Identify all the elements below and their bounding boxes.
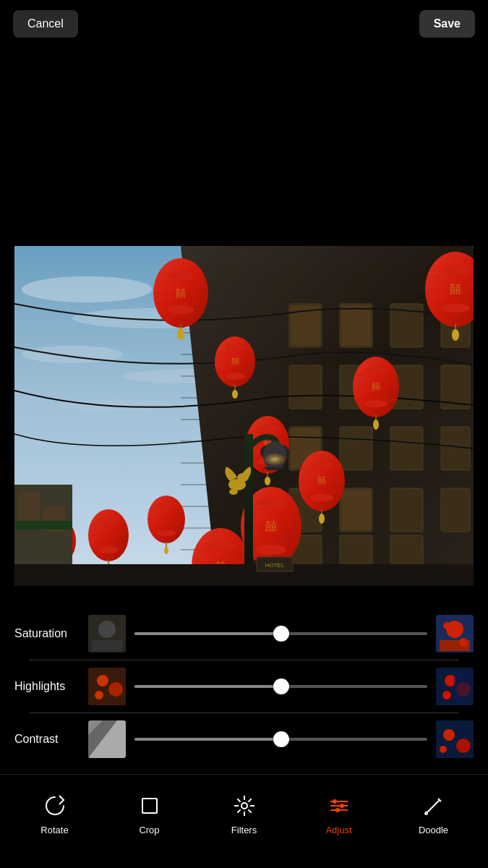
- svg-point-54: [177, 328, 184, 340]
- svg-point-155: [229, 489, 238, 495]
- svg-rect-23: [289, 365, 322, 409]
- svg-text:囍: 囍: [372, 381, 380, 391]
- scene-background: 囍 囍: [14, 246, 474, 586]
- svg-point-122: [98, 546, 119, 553]
- rotate-tool[interactable]: Rotate: [33, 793, 77, 835]
- svg-point-200: [333, 799, 337, 804]
- svg-point-178: [442, 691, 451, 699]
- saturation-row: Saturation: [14, 608, 474, 660]
- svg-point-78: [364, 400, 388, 407]
- svg-rect-44: [341, 490, 371, 530]
- toolbar: Rotate Crop Filters: [0, 774, 488, 868]
- photo-canvas: 囍 囍: [14, 246, 474, 586]
- highlights-before-thumb: [88, 668, 126, 705]
- saturation-label: Saturation: [14, 627, 80, 640]
- contrast-track[interactable]: [134, 738, 427, 741]
- filters-icon: [231, 793, 257, 819]
- svg-point-77: [364, 367, 388, 374]
- svg-point-202: [335, 808, 340, 812]
- svg-rect-40: [441, 488, 470, 532]
- svg-point-63: [452, 329, 459, 341]
- filters-tool[interactable]: Filters: [223, 793, 266, 835]
- save-button[interactable]: Save: [419, 10, 475, 38]
- svg-text:囍: 囍: [317, 475, 326, 485]
- svg-point-130: [157, 530, 176, 536]
- svg-line-195: [248, 799, 251, 801]
- svg-point-169: [443, 622, 450, 629]
- svg-line-196: [237, 809, 240, 812]
- svg-rect-29: [340, 427, 372, 470]
- svg-rect-35: [390, 488, 423, 532]
- svg-point-59: [441, 266, 470, 275]
- svg-point-5: [58, 399, 174, 411]
- svg-point-152: [265, 454, 285, 465]
- header: Cancel Save: [0, 0, 488, 48]
- saturation-track[interactable]: [134, 632, 427, 635]
- adjust-label: Adjust: [325, 825, 351, 835]
- svg-text:囍: 囍: [176, 287, 186, 299]
- svg-point-129: [157, 503, 176, 509]
- rotate-icon: [42, 793, 68, 819]
- filters-label: Filters: [231, 825, 257, 835]
- svg-point-173: [108, 682, 123, 697]
- highlights-track[interactable]: [134, 685, 427, 688]
- svg-point-68: [225, 344, 245, 351]
- svg-point-186: [440, 746, 447, 753]
- svg-rect-179: [454, 671, 472, 700]
- cancel-button[interactable]: Cancel: [13, 10, 78, 38]
- doodle-tool[interactable]: Doodle: [412, 793, 455, 835]
- svg-point-90: [265, 477, 270, 485]
- svg-point-72: [232, 390, 238, 399]
- svg-point-170: [459, 638, 468, 647]
- svg-line-193: [237, 799, 240, 801]
- svg-point-104: [256, 498, 286, 508]
- svg-point-1: [22, 276, 152, 302]
- svg-point-99: [319, 514, 325, 524]
- svg-rect-39: [441, 427, 470, 470]
- svg-rect-165: [92, 640, 122, 651]
- svg-point-105: [256, 545, 286, 555]
- svg-line-206: [425, 812, 426, 814]
- highlights-after-thumb: [436, 668, 474, 705]
- svg-point-164: [98, 621, 116, 638]
- adjust-tool[interactable]: Adjust: [317, 793, 361, 835]
- svg-rect-187: [142, 799, 157, 813]
- svg-point-81: [373, 420, 379, 430]
- adjustments-panel: Saturation Highlights: [0, 608, 488, 765]
- svg-point-121: [98, 517, 119, 524]
- svg-point-174: [95, 691, 103, 699]
- svg-point-172: [97, 675, 108, 686]
- svg-point-86: [257, 425, 278, 432]
- saturation-after-thumb: [436, 615, 474, 652]
- svg-line-194: [248, 809, 251, 812]
- scene-svg: 囍 囍: [14, 246, 474, 586]
- svg-point-95: [310, 461, 333, 468]
- svg-text:囍: 囍: [450, 283, 461, 295]
- svg-rect-157: [18, 492, 40, 521]
- svg-point-50: [168, 272, 194, 281]
- contrast-before-thumb: [88, 720, 126, 758]
- svg-text:囍: 囍: [265, 520, 277, 532]
- contrast-label: Contrast: [14, 733, 80, 746]
- contrast-after-thumb: [436, 720, 474, 758]
- adjust-icon: [326, 793, 352, 819]
- highlights-row: Highlights: [14, 660, 474, 712]
- svg-point-96: [310, 494, 333, 501]
- svg-point-188: [241, 803, 247, 809]
- crop-label: Crop: [139, 825, 159, 835]
- svg-point-143: [206, 541, 235, 550]
- crop-tool[interactable]: Crop: [128, 793, 171, 835]
- saturation-before-thumb: [88, 615, 126, 652]
- svg-point-132: [164, 547, 168, 554]
- svg-line-203: [427, 800, 440, 813]
- svg-point-185: [456, 739, 471, 753]
- doodle-label: Doodle: [419, 825, 448, 835]
- svg-text:囍: 囍: [231, 357, 239, 365]
- crop-icon: [137, 793, 163, 819]
- svg-point-69: [225, 373, 245, 380]
- doodle-icon: [421, 793, 447, 819]
- svg-rect-42: [341, 305, 371, 346]
- svg-rect-159: [14, 521, 72, 529]
- svg-point-184: [443, 729, 455, 741]
- rotate-label: Rotate: [40, 825, 68, 835]
